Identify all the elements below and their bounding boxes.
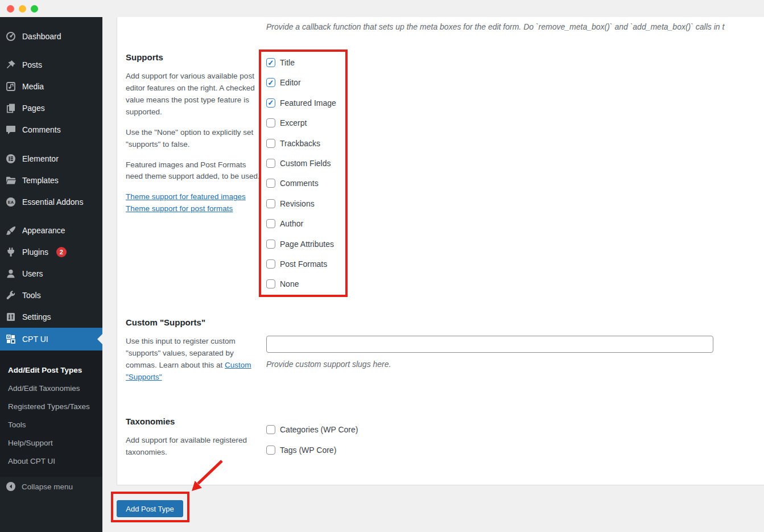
sidebar-item-label: Settings: [22, 312, 51, 321]
checkbox-label: Categories (WP Core): [280, 425, 358, 434]
pages-icon: [5, 102, 16, 114]
supports-option-none[interactable]: None: [266, 278, 340, 290]
custom-supports-heading: Custom "Supports": [126, 317, 261, 327]
submenu-item-add-edit-post-types[interactable]: Add/Edit Post Types: [0, 361, 102, 379]
theme-support-featured-images-link[interactable]: Theme support for featured images: [126, 191, 261, 203]
sidebar-item-label: Essential Addons: [22, 197, 83, 207]
submenu-item-tools[interactable]: Tools: [0, 415, 102, 434]
sidebar-item-label: Elementor: [22, 154, 59, 163]
collapse-menu-button[interactable]: Collapse menu: [0, 477, 102, 496]
cptui-icon: [5, 333, 16, 345]
sidebar-item-tools[interactable]: Tools: [0, 284, 102, 306]
custom-supports-input[interactable]: [266, 336, 713, 353]
checkbox-label: Comments: [280, 179, 319, 188]
checkbox-label: Page Attributes: [280, 240, 334, 249]
sidebar-item-label: Plugins: [22, 248, 48, 257]
sidebar-item-essential-addons[interactable]: EAEssential Addons: [0, 191, 102, 213]
users-icon: [5, 268, 16, 279]
comments-icon: [5, 124, 16, 135]
supports-checkbox-author[interactable]: [266, 219, 275, 228]
sidebar-item-appearance[interactable]: Appearance: [0, 220, 102, 241]
taxonomies-heading: Taxonomies: [126, 416, 261, 426]
admin-content-area: Provide a callback function that sets up…: [102, 17, 764, 532]
supports-checkbox-trackbacks[interactable]: [266, 139, 275, 148]
window-titlebar: [0, 0, 764, 17]
submenu-item-about-cpt-ui[interactable]: About CPT UI: [0, 452, 102, 470]
supports-option-trackbacks[interactable]: Trackbacks: [266, 137, 340, 150]
supports-option-editor[interactable]: ✓Editor: [266, 76, 340, 89]
sidebar-item-label: Users: [22, 269, 43, 278]
supports-checkbox-list: ✓Title✓Editor✓Featured ImageExcerptTrack…: [266, 56, 340, 290]
checkbox-label: None: [280, 279, 299, 288]
add-post-type-button[interactable]: Add Post Type: [117, 500, 183, 517]
sidebar-item-label: CPT UI: [22, 335, 48, 344]
sidebar-item-templates[interactable]: Templates: [0, 170, 102, 191]
supports-checkbox-featured-image[interactable]: ✓: [266, 98, 275, 108]
taxonomies-section-description: Taxonomies Add support for available reg…: [126, 416, 261, 467]
maximize-window-button[interactable]: [31, 5, 38, 13]
sidebar-item-label: Dashboard: [22, 32, 61, 41]
metabox-callback-note: Provide a callback function that sets up…: [266, 22, 724, 31]
close-window-button[interactable]: [7, 5, 14, 13]
supports-heading: Supports: [126, 52, 261, 62]
sidebar-item-cpt-ui[interactable]: CPT UI: [0, 328, 102, 350]
taxonomy-checkbox-tags-wp-core[interactable]: [266, 446, 275, 455]
supports-checkbox-post-formats[interactable]: [266, 259, 275, 269]
supports-option-post-formats[interactable]: Post Formats: [266, 258, 340, 270]
update-count-badge: 2: [56, 247, 67, 257]
supports-option-excerpt[interactable]: Excerpt: [266, 117, 340, 129]
sidebar-item-label: Appearance: [22, 226, 65, 235]
theme-support-post-formats-link[interactable]: Theme support for post formats: [126, 203, 261, 215]
supports-checkbox-custom-fields[interactable]: [266, 159, 275, 168]
elementor-icon: [5, 153, 16, 164]
custom-supports-caption: Provide custom support slugs here.: [266, 360, 391, 369]
submenu-item-registered-types-taxes[interactable]: Registered Types/Taxes: [0, 397, 102, 415]
minimize-window-button[interactable]: [19, 5, 26, 13]
annotation-box-supports: ✓Title✓Editor✓Featured ImageExcerptTrack…: [259, 50, 348, 297]
supports-desc-3: Featured images and Post Formats need th…: [126, 159, 261, 183]
sidebar-item-elementor[interactable]: Elementor: [0, 148, 102, 170]
supports-checkbox-none[interactable]: [266, 279, 275, 288]
sidebar-item-comments[interactable]: Comments: [0, 119, 102, 141]
supports-option-page-attributes[interactable]: Page Attributes: [266, 238, 340, 250]
supports-checkbox-revisions[interactable]: [266, 199, 275, 208]
checkbox-label: Featured Image: [280, 98, 336, 108]
sidebar-item-plugins[interactable]: Plugins2: [0, 241, 102, 263]
custom-supports-desc: Use this input to register custom "suppo…: [126, 336, 261, 383]
submenu-item-help-support[interactable]: Help/Support: [0, 434, 102, 452]
checkbox-label: Post Formats: [280, 259, 327, 269]
supports-option-author[interactable]: Author: [266, 217, 340, 230]
taxonomies-desc: Add support for available registered tax…: [126, 435, 261, 459]
svg-text:EA: EA: [8, 200, 14, 205]
supports-desc-2: Use the "None" option to explicitly set …: [126, 127, 261, 151]
supports-checkbox-page-attributes[interactable]: [266, 240, 275, 249]
tools-icon: [5, 290, 16, 301]
sidebar-item-dashboard[interactable]: Dashboard: [0, 26, 102, 47]
submenu-item-add-edit-taxonomies[interactable]: Add/Edit Taxonomies: [0, 379, 102, 397]
sidebar-item-posts[interactable]: Posts: [0, 54, 102, 76]
sidebar-item-pages[interactable]: Pages: [0, 97, 102, 119]
sidebar-item-users[interactable]: Users: [0, 263, 102, 284]
supports-option-revisions[interactable]: Revisions: [266, 197, 340, 210]
checkbox-label: Custom Fields: [280, 159, 331, 168]
sidebar-item-media[interactable]: Media: [0, 76, 102, 97]
checkbox-label: Editor: [280, 78, 301, 87]
sidebar-item-label: Comments: [22, 125, 61, 134]
supports-checkbox-title[interactable]: ✓: [266, 58, 275, 67]
supports-option-comments[interactable]: Comments: [266, 177, 340, 189]
wp-admin-sidebar: DashboardPostsMediaPagesCommentsElemento…: [0, 17, 102, 532]
sidebar-item-label: Media: [22, 82, 44, 91]
supports-checkbox-excerpt[interactable]: [266, 118, 275, 127]
supports-option-featured-image[interactable]: ✓Featured Image: [266, 97, 340, 109]
plugins-icon: [5, 246, 16, 258]
supports-checkbox-comments[interactable]: [266, 179, 275, 188]
taxonomy-option-categories-wp-core[interactable]: Categories (WP Core): [266, 423, 358, 436]
sidebar-item-label: Posts: [22, 60, 42, 69]
supports-section-description: Supports Add support for various availab…: [126, 52, 261, 215]
supports-option-custom-fields[interactable]: Custom Fields: [266, 157, 340, 170]
taxonomy-checkbox-categories-wp-core[interactable]: [266, 425, 275, 434]
taxonomy-option-tags-wp-core[interactable]: Tags (WP Core): [266, 444, 358, 456]
supports-option-title[interactable]: ✓Title: [266, 56, 340, 69]
sidebar-item-settings[interactable]: Settings: [0, 306, 102, 328]
supports-checkbox-editor[interactable]: ✓: [266, 78, 275, 87]
